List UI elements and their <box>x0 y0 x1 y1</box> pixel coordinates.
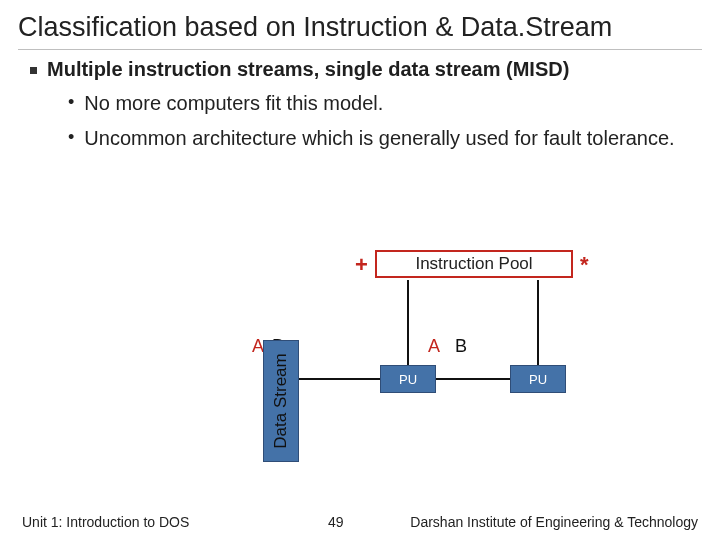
data-stream-box: Data Stream <box>263 340 299 462</box>
sub-bullet-list: • No more computers fit this model. • Un… <box>30 91 690 151</box>
instruction-pool-box: Instruction Pool <box>375 250 573 278</box>
processing-unit-box: PU <box>510 365 566 393</box>
footer-unit: Unit 1: Introduction to DOS <box>22 514 189 530</box>
operator-plus-icon: + <box>355 252 368 278</box>
square-bullet-icon <box>30 67 37 74</box>
data-stream-label: Data Stream <box>271 353 291 448</box>
title-divider <box>18 49 702 50</box>
dot-bullet-icon: • <box>68 127 74 149</box>
label-b: B <box>455 336 467 356</box>
connector-line <box>537 280 539 365</box>
operator-star-icon: * <box>580 252 589 278</box>
processing-unit-box: PU <box>380 365 436 393</box>
footer-institute: Darshan Institute of Engineering & Techn… <box>410 514 698 530</box>
misd-diagram: + Instruction Pool * A B Data Stream A B… <box>0 240 720 500</box>
slide-footer: Unit 1: Introduction to DOS 49 Darshan I… <box>0 508 720 530</box>
sub-bullet-item: • No more computers fit this model. <box>68 91 690 116</box>
sub-bullet-text: No more computers fit this model. <box>84 91 383 116</box>
connector-line <box>436 378 510 380</box>
connector-line <box>407 280 409 365</box>
main-bullet: Multiple instruction streams, single dat… <box>30 58 690 81</box>
ab-label-mid: A B <box>428 336 467 357</box>
slide-title: Classification based on Instruction & Da… <box>0 0 720 49</box>
sub-bullet-item: • Uncommon architecture which is general… <box>68 126 690 151</box>
label-a: A <box>428 336 440 356</box>
main-bullet-text: Multiple instruction streams, single dat… <box>47 58 569 81</box>
sub-bullet-text: Uncommon architecture which is generally… <box>84 126 674 151</box>
footer-page-number: 49 <box>328 514 344 530</box>
content-area: Multiple instruction streams, single dat… <box>0 58 720 151</box>
dot-bullet-icon: • <box>68 92 74 114</box>
connector-line <box>299 378 380 380</box>
